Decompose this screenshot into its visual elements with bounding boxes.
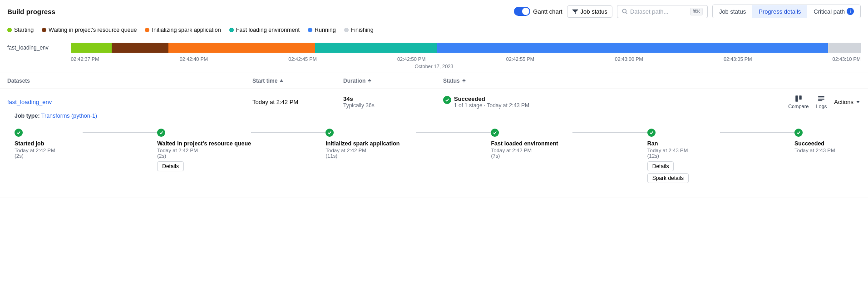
logs-icon xyxy=(817,95,825,103)
logs-button[interactable]: Logs xyxy=(816,95,827,109)
steps-section: Started job Today at 2:42 PM (2s) Waited… xyxy=(7,123,861,192)
svg-marker-5 xyxy=(462,79,466,81)
step-4-icon xyxy=(491,129,499,137)
legend-dot-initializing xyxy=(145,28,149,32)
step-5-title: Ran xyxy=(647,140,658,147)
gantt-time-3: 02:42:50 PM xyxy=(397,56,425,62)
sort-both-icon-2 xyxy=(462,79,466,83)
step-3-sub1: Today at 2:42 PM xyxy=(326,148,366,153)
status-actions-cell: Succeeded 1 of 1 stage · Today at 2:43 P… xyxy=(443,95,861,109)
step-5-sub1: Today at 2:43 PM xyxy=(647,148,688,153)
header-controls: Gantt chart Job status Dataset path... ⌘… xyxy=(514,5,861,18)
step-4-check xyxy=(493,130,497,135)
svg-marker-6 xyxy=(462,81,466,83)
legend-dot-starting xyxy=(7,28,12,32)
gantt-toggle-wrapper: Gantt chart xyxy=(514,7,562,16)
col-start-time[interactable]: Start time xyxy=(252,78,343,84)
gantt-bar-area xyxy=(71,43,861,53)
duration-cell: 34s Typically 36s xyxy=(343,95,443,109)
legend-label-fast-loading: Fast loading environment xyxy=(236,27,300,33)
col-datasets: Datasets xyxy=(7,78,252,84)
compare-button[interactable]: Compare xyxy=(788,95,809,109)
dataset-search-box[interactable]: Dataset path... ⌘K xyxy=(617,5,708,18)
legend-dot-running xyxy=(308,28,312,32)
step-succeeded: Succeeded Today at 2:43 PM xyxy=(794,128,853,153)
status-text: Succeeded xyxy=(454,95,529,102)
step-connector-4 xyxy=(572,132,647,133)
dataset-main-row: fast_loading_env Today at 2:42 PM 34s Ty… xyxy=(7,95,861,109)
dataset-name[interactable]: fast_loading_env xyxy=(7,99,252,105)
gantt-time-4: 02:42:55 PM xyxy=(506,56,534,62)
step-3-check xyxy=(327,130,332,135)
search-placeholder: Dataset path... xyxy=(630,8,669,15)
step-6-title: Succeeded xyxy=(794,140,824,147)
table-section: Datasets Start time Duration Status fast… xyxy=(0,73,868,198)
actions-dropdown[interactable]: Actions xyxy=(834,99,861,105)
compare-icon xyxy=(794,95,803,103)
job-type-value[interactable]: Transforms (python-1) xyxy=(41,113,97,119)
step-6-sub1: Today at 2:43 PM xyxy=(794,148,835,153)
gantt-time-6: 02:43:05 PM xyxy=(724,56,752,62)
search-icon xyxy=(622,9,628,15)
status-sub: 1 of 1 stage · Today at 2:43 PM xyxy=(454,102,529,109)
step-fast-loaded: Fast loaded environment Today at 2:42 PM… xyxy=(491,128,572,159)
status-check-icon xyxy=(443,96,451,104)
svg-marker-3 xyxy=(368,79,371,81)
legend-label-initializing: Initializing spark application xyxy=(152,27,221,33)
legend-item-starting: Starting xyxy=(7,27,34,33)
col-duration[interactable]: Duration xyxy=(343,78,443,84)
step-4-sub1: Today at 2:42 PM xyxy=(491,148,532,153)
step-started: Started job Today at 2:42 PM (2s) xyxy=(15,128,83,159)
gantt-segment-starting xyxy=(71,43,112,53)
step-3-icon xyxy=(326,129,334,137)
step-5-spark-details-button[interactable]: Spark details xyxy=(647,173,689,183)
step-3-sub2: (11s) xyxy=(326,153,337,159)
tab-critical-path[interactable]: Critical path i xyxy=(807,5,860,18)
gantt-chart-toggle[interactable] xyxy=(514,7,530,16)
legend: Starting Waiting in project's resource q… xyxy=(0,23,868,37)
gantt-time-2: 02:42:45 PM xyxy=(288,56,316,62)
tab-progress-details[interactable]: Progress details xyxy=(752,5,807,18)
view-tabs: Job status Progress details Critical pat… xyxy=(712,5,861,18)
step-5-icon xyxy=(647,129,656,137)
gantt-time-5: 02:43:00 PM xyxy=(615,56,643,62)
legend-dot-fast-loading xyxy=(229,28,234,32)
job-status-filter-button[interactable]: Job status xyxy=(567,5,612,18)
legend-label-waiting: Waiting in project's resource queue xyxy=(49,27,137,33)
duration-value: 34s xyxy=(343,95,443,102)
step-4-sub2: (7s) xyxy=(491,153,500,159)
legend-label-finishing: Finishing xyxy=(351,27,374,33)
svg-point-0 xyxy=(622,9,626,13)
page-title: Build progress xyxy=(7,8,55,15)
gantt-date: October 17, 2023 xyxy=(0,62,868,71)
step-connector-5 xyxy=(720,132,794,133)
gantt-time-1: 02:42:40 PM xyxy=(180,56,208,62)
legend-item-waiting: Waiting in project's resource queue xyxy=(42,27,137,33)
legend-label-running: Running xyxy=(315,27,336,33)
step-ran: Ran Today at 2:43 PM (12s) Details Spark… xyxy=(647,128,720,183)
step-1-title: Started job xyxy=(15,140,44,147)
gantt-segment-initializing xyxy=(168,43,315,53)
step-2-sub2: (2s) xyxy=(157,153,166,159)
svg-rect-7 xyxy=(795,95,798,102)
gantt-segment-finishing xyxy=(828,43,861,53)
tab-job-status[interactable]: Job status xyxy=(713,5,752,18)
step-connector-3 xyxy=(416,132,491,133)
svg-marker-2 xyxy=(280,79,283,82)
gantt-segment-waiting xyxy=(112,43,169,53)
legend-item-initializing: Initializing spark application xyxy=(145,27,221,33)
step-5-details-button[interactable]: Details xyxy=(647,161,674,171)
duration-typical: Typically 36s xyxy=(343,102,443,109)
gantt-time-7: 02:43:10 PM xyxy=(833,56,861,62)
step-initialized: Initialized spark application Today at 2… xyxy=(326,128,416,159)
step-2-details-button[interactable]: Details xyxy=(157,161,184,171)
gantt-chart-label: Gantt chart xyxy=(533,8,562,15)
legend-dot-finishing xyxy=(344,28,349,32)
header: Build progress Gantt chart Job status Da… xyxy=(0,0,868,23)
sort-both-icon xyxy=(367,79,372,83)
step-4-title: Fast loaded environment xyxy=(491,140,558,147)
gantt-row-label: fast_loading_env xyxy=(7,45,71,51)
svg-line-1 xyxy=(626,12,627,14)
gantt-row: fast_loading_env xyxy=(0,41,868,55)
col-status[interactable]: Status xyxy=(443,78,861,84)
